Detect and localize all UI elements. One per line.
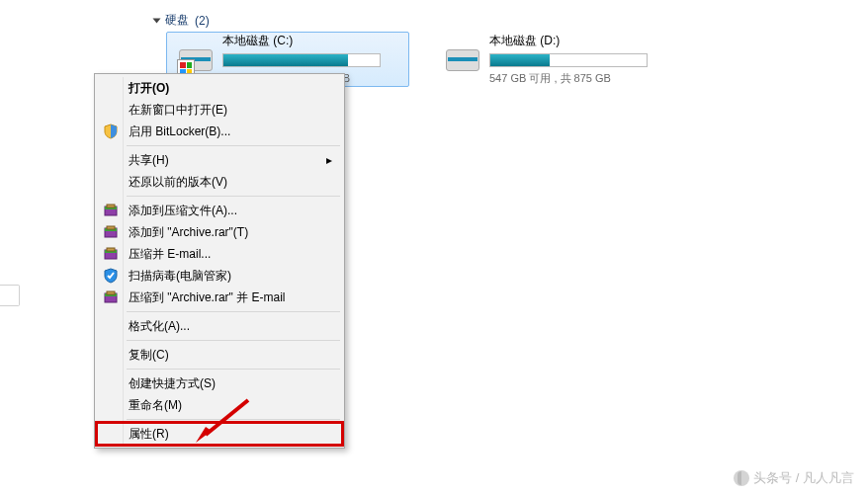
- shield-icon: [102, 123, 120, 140]
- section-title: 硬盘: [165, 12, 189, 29]
- menu-restore-previous[interactable]: 还原以前的版本(V): [97, 171, 342, 193]
- drive-d[interactable]: 本地磁盘 (D:) 547 GB 可用 , 共 875 GB: [433, 32, 676, 87]
- watermark: 头条号 / 凡人凡言: [734, 469, 854, 487]
- drives-section-header[interactable]: 硬盘 (2): [154, 12, 210, 29]
- menu-copy[interactable]: 复制(C): [97, 344, 342, 366]
- menu-compress-email[interactable]: 压缩并 E-mail...: [97, 243, 342, 265]
- drive-label: 本地磁盘 (D:): [489, 33, 667, 49]
- menu-open-new-window[interactable]: 在新窗口中打开(E): [97, 99, 342, 121]
- svg-rect-8: [107, 248, 115, 251]
- drive-usage-bar: [222, 53, 381, 67]
- shield-check-icon: [102, 267, 120, 285]
- menu-open[interactable]: 打开(O): [97, 77, 342, 99]
- menu-properties[interactable]: 属性(R): [97, 423, 342, 445]
- menu-separator: [127, 340, 340, 341]
- watermark-text: 头条号 / 凡人凡言: [753, 469, 854, 487]
- menu-separator: [127, 369, 340, 370]
- menu-separator: [127, 311, 340, 312]
- svg-rect-11: [107, 291, 115, 294]
- winrar-icon: [102, 223, 120, 241]
- toutiao-logo-icon: [734, 470, 749, 486]
- drive-icon: [442, 40, 481, 79]
- menu-separator: [127, 196, 340, 197]
- menu-bitlocker[interactable]: 启用 BitLocker(B)...: [97, 121, 342, 142]
- svg-rect-2: [107, 205, 115, 207]
- svg-rect-5: [107, 226, 115, 229]
- menu-add-to-archive[interactable]: 添加到压缩文件(A)...: [97, 200, 342, 221]
- menu-rename[interactable]: 重命名(M): [97, 394, 342, 416]
- context-menu: 打开(O) 在新窗口中打开(E) 启用 BitLocker(B)... 共享(H…: [94, 73, 345, 449]
- collapse-triangle-icon[interactable]: [153, 18, 161, 23]
- winrar-icon: [102, 202, 120, 219]
- menu-share[interactable]: 共享(H) ▸: [97, 149, 342, 171]
- drive-label: 本地磁盘 (C:): [222, 33, 400, 49]
- drive-stats: 547 GB 可用 , 共 875 GB: [489, 71, 667, 86]
- sidebar-stub: [0, 285, 20, 306]
- drive-usage-bar: [489, 53, 648, 67]
- menu-separator: [127, 419, 340, 420]
- winrar-icon: [102, 289, 120, 306]
- menu-scan-virus[interactable]: 扫描病毒(电脑管家): [97, 265, 342, 287]
- menu-format[interactable]: 格式化(A)...: [97, 315, 342, 337]
- menu-separator: [127, 145, 340, 146]
- section-count: (2): [195, 14, 210, 28]
- winrar-icon: [102, 245, 120, 263]
- menu-compress-to-rar-email[interactable]: 压缩到 "Archive.rar" 并 E-mail: [97, 287, 342, 308]
- submenu-arrow-icon: ▸: [326, 153, 332, 167]
- menu-add-to-rar[interactable]: 添加到 "Archive.rar"(T): [97, 221, 342, 243]
- menu-create-shortcut[interactable]: 创建快捷方式(S): [97, 372, 342, 394]
